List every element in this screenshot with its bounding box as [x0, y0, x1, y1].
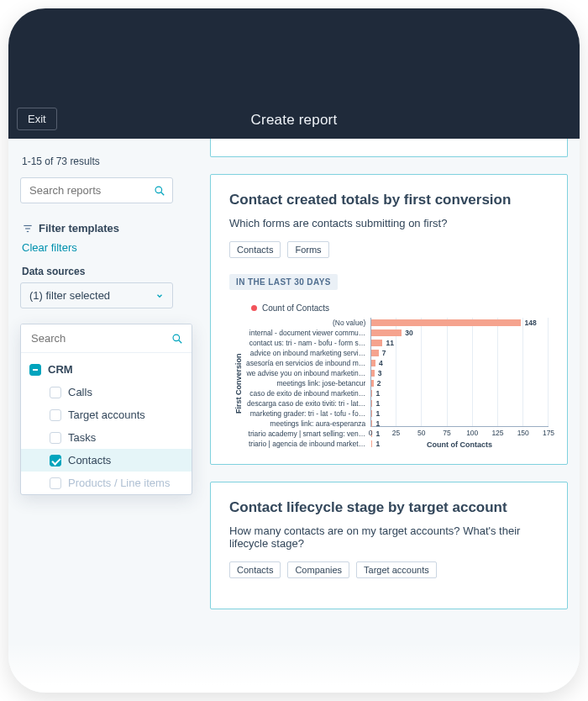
source-item-label: Contacts [68, 454, 111, 466]
checkbox-icon [50, 455, 61, 466]
chart-y-axis-label: First Conversion [233, 318, 244, 449]
card-subtitle: How many contacts are on my target accou… [229, 524, 549, 550]
chart-x-tick: 150 [517, 429, 529, 437]
page-title: Create report [8, 112, 580, 129]
source-item[interactable]: Calls [21, 381, 192, 403]
chart-y-tick: meetings link: aura-esperanza [246, 419, 365, 429]
popover-search-input[interactable] [29, 331, 171, 345]
svg-point-5 [173, 335, 180, 341]
source-item-label: Target accounts [68, 408, 145, 421]
chart-bar-value: 30 [405, 329, 412, 337]
clear-filters-link[interactable]: Clear filters [22, 241, 173, 254]
chart-bar-row: 1 [371, 419, 549, 429]
chart-bar [371, 319, 521, 326]
chart-bar-row: 1 [371, 408, 549, 419]
content-area: Contact created totals by first conversi… [185, 139, 580, 693]
chart-x-tick: 75 [443, 429, 450, 437]
chart-bar [371, 350, 378, 356]
chart-bar-row: 2 [371, 378, 549, 388]
bar-chart: First Conversion (No value)internal - do… [233, 318, 549, 449]
chart-bar [371, 370, 375, 377]
source-item[interactable]: Products / Line items [21, 472, 192, 494]
filter-heading-label: Filter templates [39, 222, 119, 235]
card-tags: Contacts Forms [229, 241, 549, 258]
checkbox-indeterminate-icon [29, 364, 41, 376]
data-sources-dropdown[interactable]: (1) filter selected [20, 282, 173, 308]
chart-y-tick: asesoría en servicios de inbound m… [246, 358, 365, 368]
chart-y-tick: triario academy | smart selling: ven… [246, 429, 365, 439]
search-reports-input[interactable] [28, 183, 154, 198]
chart-x-tick: 175 [543, 429, 554, 437]
chart-y-categories: (No value)internal - document viewer com… [244, 318, 370, 449]
chart-bar-value: 2 [377, 379, 381, 387]
data-sources-popover: CRM CallsTarget accountsTasksContactsPro… [20, 324, 192, 495]
chart-x-tick: 0 [369, 429, 373, 437]
chart-bar-row: 4 [371, 358, 549, 368]
chart-x-tick: 125 [491, 429, 503, 437]
chart-bar-row: 30 [371, 328, 549, 338]
report-card-lifecycle-stage[interactable]: Contact lifecycle stage by target accoun… [210, 482, 568, 609]
sidebar: 1-15 of 73 results Filter templates Clea… [8, 139, 185, 693]
source-group-crm[interactable]: CRM [21, 358, 192, 381]
chart-bar-row: 1 [371, 388, 549, 398]
source-item[interactable]: Tasks [21, 426, 192, 449]
chart-bar [371, 380, 373, 387]
svg-line-1 [161, 192, 165, 195]
chart-bar-value: 7 [382, 349, 386, 357]
chart-bar-row: 7 [371, 348, 549, 358]
source-item-label: Calls [68, 386, 92, 398]
source-tree: CRM CallsTarget accountsTasksContactsPro… [21, 353, 192, 494]
chart-x-ticks: 0255075100125150175 [370, 429, 549, 437]
checkbox-icon [50, 387, 61, 398]
source-item[interactable]: Target accounts [21, 403, 192, 426]
chart-y-tick: contact us: tri - nam - bofu - form s… [246, 338, 365, 348]
chart-bar [371, 400, 372, 407]
card-title: Contact created totals by first conversi… [229, 192, 549, 208]
chart-bar-row: 148 [371, 318, 549, 328]
source-item[interactable]: Contacts [21, 449, 192, 472]
chart-y-tick: caso de exito de inbound marketin… [246, 388, 365, 398]
chart-bar-value: 1 [375, 409, 380, 418]
chart-bar-value: 1 [375, 440, 380, 448]
report-card-first-conversion[interactable]: Contact created totals by first conversi… [210, 174, 568, 465]
chart-bar [371, 420, 372, 427]
popover-search-wrap[interactable] [21, 324, 192, 353]
card-tags: Contacts Companies Target accounts [229, 561, 549, 578]
tag-target-accounts: Target accounts [356, 561, 437, 578]
tag-contacts: Contacts [229, 241, 281, 258]
chart-bar-value: 4 [379, 359, 383, 367]
chart-bar-value: 1 [375, 419, 380, 428]
tag-contacts: Contacts [229, 561, 281, 578]
chart-y-tick: marketing grader: tri - lat - tofu - fo… [246, 408, 365, 419]
data-sources-label: Data sources [22, 266, 173, 277]
filter-icon [22, 223, 34, 235]
checkbox-icon [50, 432, 61, 444]
card-title: Contact lifecycle stage by target accoun… [229, 499, 549, 516]
chart-bar [371, 410, 372, 417]
chevron-down-icon [155, 292, 164, 300]
chart-bar [371, 340, 382, 346]
chart-y-tick: (No value) [246, 318, 365, 328]
legend-dot-icon [251, 305, 257, 311]
chart-x-tick: 100 [466, 429, 478, 437]
chart-bar-row: 1 [371, 439, 549, 449]
legend-label: Count of Contacts [262, 303, 329, 313]
chart-y-tick: advice on inbound marketing servi… [246, 348, 365, 358]
chart-y-tick: descarga caso de exito tiviti: tri - lat… [246, 398, 365, 408]
chart-bar [371, 390, 372, 397]
report-card-peek [210, 139, 568, 157]
app-frame: Exit Create report 1-15 of 73 results Fi… [8, 8, 580, 693]
chart-bar-value: 148 [524, 319, 536, 327]
chart-y-tick: we advise you on inbound marketin… [246, 368, 365, 378]
search-reports-input-wrap[interactable] [20, 177, 173, 203]
chart-bar [371, 440, 372, 447]
dropdown-value: (1) filter selected [29, 289, 110, 302]
chart-bar-value: 11 [386, 339, 393, 347]
checkbox-icon [50, 477, 61, 489]
svg-line-6 [179, 340, 182, 343]
chart-bar [371, 329, 402, 336]
chart-bar-value: 1 [375, 389, 380, 398]
chart-bar-value: 3 [378, 369, 382, 377]
source-item-label: Tasks [68, 431, 96, 444]
tag-companies: Companies [287, 561, 349, 578]
